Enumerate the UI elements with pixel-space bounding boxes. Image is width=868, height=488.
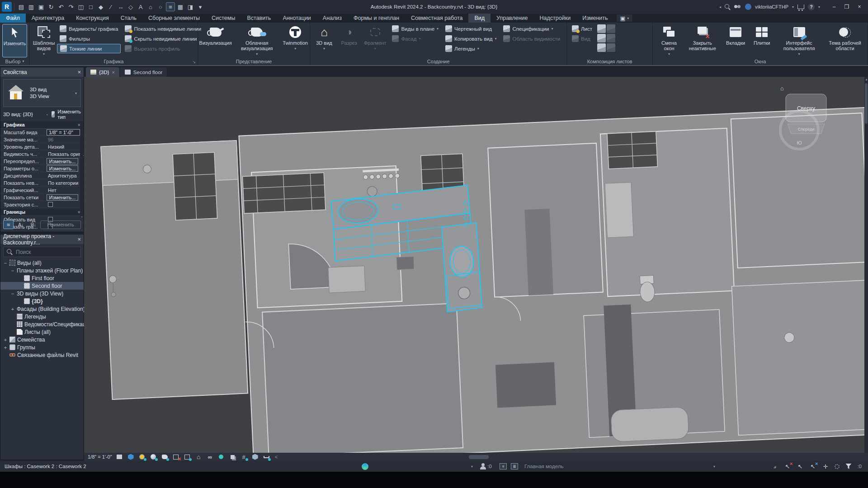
- sun-settings-icon[interactable]: [139, 454, 146, 460]
- tree-expander-icon[interactable]: −: [3, 260, 8, 266]
- user-interface-button[interactable]: Интерфейс пользователя▾: [776, 24, 822, 57]
- viewcube-home-icon[interactable]: ⌂: [780, 85, 784, 92]
- properties-close-icon[interactable]: ×: [77, 69, 81, 75]
- worksets-icon[interactable]: ≡: [500, 463, 507, 469]
- tree-item[interactable]: + Семейства: [0, 336, 84, 343]
- ribbon-tab-[interactable]: Конструкция: [70, 14, 115, 23]
- show-hidden-lines-button[interactable]: Показать невидимые линии: [122, 24, 204, 33]
- model-bathtub[interactable]: [611, 407, 689, 442]
- view-tab[interactable]: Second floor: [120, 67, 167, 77]
- section-box-icon[interactable]: [263, 454, 270, 460]
- collaboration-status-icon[interactable]: [362, 463, 368, 470]
- property-value[interactable]: Нет: [47, 188, 84, 193]
- elevation-view-button[interactable]: Фасад▾: [389, 34, 441, 43]
- preview-icon[interactable]: □: [86, 2, 95, 11]
- schedules-button[interactable]: Спецификации▾: [500, 24, 563, 33]
- search-icon[interactable]: [725, 4, 731, 10]
- reveal-hidden-elements-icon[interactable]: ∞: [207, 454, 213, 460]
- ribbon-tab-[interactable]: Управление: [491, 14, 534, 23]
- reveal-constraints-icon[interactable]: #: [241, 454, 247, 460]
- tree-expander-icon[interactable]: +: [10, 306, 15, 312]
- tree-item[interactable]: Ведомости/Спецификации (all): [0, 320, 84, 328]
- cloud-render-button[interactable]: Облачная визуализация▾: [232, 24, 282, 57]
- horizontal-scrollbar-thumb[interactable]: [469, 455, 489, 459]
- design-options-icon[interactable]: ≣: [511, 463, 518, 469]
- property-section[interactable]: Границы«: [0, 208, 84, 216]
- ribbon-display-options[interactable]: ▣▾: [617, 14, 633, 22]
- viewport-icon[interactable]: [607, 43, 615, 52]
- ribbon-tab-[interactable]: Архитектура: [26, 14, 70, 23]
- properties-header[interactable]: Свойства ×: [0, 67, 84, 77]
- property-value[interactable]: Показать ориг...: [47, 151, 84, 157]
- default-3d-view-icon[interactable]: ⌂: [146, 2, 155, 11]
- text-icon[interactable]: A: [136, 2, 145, 11]
- minimize-button[interactable]: –: [828, 2, 840, 12]
- thin-lines-icon[interactable]: ≡: [166, 2, 175, 11]
- model-toilet[interactable]: [639, 275, 655, 302]
- grid-icon[interactable]: [597, 43, 606, 52]
- section-view-button[interactable]: ◑ Разрез: [337, 24, 361, 57]
- property-checkbox[interactable]: [48, 202, 53, 207]
- sort-descending-icon[interactable]: Я↓: [28, 220, 38, 229]
- select-links-icon[interactable]: ⟓: [771, 463, 778, 470]
- model-chevron-icon[interactable]: ▾: [713, 465, 715, 469]
- status-chevron-icon[interactable]: ▾: [471, 465, 473, 469]
- project-browser-header[interactable]: Диспетчер проекта - Backcountry.r... ×: [0, 235, 84, 244]
- tag-icon[interactable]: ◇: [126, 2, 135, 11]
- tree-item[interactable]: − 3D виды (3D View): [0, 290, 84, 297]
- account-name[interactable]: viktoriiaCFTHP: [755, 4, 788, 9]
- section-icon[interactable]: ○: [156, 2, 165, 11]
- property-edit-button[interactable]: Изменить...: [47, 165, 78, 172]
- render-button[interactable]: Визуализация: [200, 24, 231, 57]
- community-icon[interactable]: [734, 5, 741, 9]
- property-value[interactable]: Архитектура: [47, 173, 84, 178]
- show-crop-region-icon[interactable]: [184, 454, 191, 460]
- tree-item[interactable]: Связанные файлы Revit: [0, 351, 84, 359]
- measure-icon[interactable]: ∕: [106, 2, 115, 11]
- ribbon-tab-[interactable]: Сборные элементы: [142, 14, 206, 23]
- browser-search-input[interactable]: Поиск: [3, 247, 81, 257]
- aligned-dimension-icon[interactable]: ↔: [116, 2, 125, 11]
- type-selector[interactable]: 3D вид 3D View ▾: [3, 79, 81, 107]
- temporary-view-properties-icon[interactable]: [218, 454, 225, 460]
- view-templates-button[interactable]: Шаблоны видов ▾: [32, 24, 56, 57]
- tree-item[interactable]: Листы (all): [0, 328, 84, 336]
- drafting-view-button[interactable]: Чертежный вид: [443, 24, 499, 33]
- visibility-graphics-button[interactable]: Видимость/ графика: [57, 24, 121, 33]
- ribbon-tab-[interactable]: Системы: [206, 14, 241, 23]
- filter-icon[interactable]: [845, 464, 851, 469]
- restore-button[interactable]: ❐: [841, 2, 853, 12]
- close-hidden-windows-icon[interactable]: ▦: [176, 2, 185, 11]
- element-selector[interactable]: 3D вид: {3D}: [3, 112, 43, 117]
- tree-expander-icon[interactable]: −: [10, 268, 15, 273]
- property-value[interactable]: Низкий: [47, 144, 84, 150]
- revit-logo-icon[interactable]: R: [2, 2, 12, 12]
- activate-view-icon[interactable]: [607, 34, 615, 42]
- ribbon-tab-[interactable]: Аннотации: [277, 14, 316, 23]
- tree-item[interactable]: {3D}: [0, 297, 84, 305]
- legends-button[interactable]: Легенды▾: [443, 44, 499, 53]
- twinmotion-button[interactable]: Twinmotion▾: [283, 24, 307, 57]
- view-scale[interactable]: 1/8" = 1'-0": [88, 454, 112, 460]
- tree-item[interactable]: First floor: [0, 274, 84, 282]
- save-icon[interactable]: ▣: [37, 2, 46, 11]
- duplicate-view-button[interactable]: Копировать вид▾: [443, 34, 499, 43]
- visual-style-icon[interactable]: [127, 454, 134, 460]
- file-tabs-icon[interactable]: ▤: [17, 2, 26, 11]
- ribbon-tab-[interactable]: Надстройки: [534, 14, 577, 23]
- redo-icon[interactable]: ↷: [66, 2, 75, 11]
- cart-icon[interactable]: [797, 5, 804, 9]
- detail-level-icon[interactable]: [116, 454, 123, 460]
- tree-item[interactable]: Second floor: [0, 282, 84, 290]
- open-icon[interactable]: ▥: [27, 2, 36, 11]
- customize-qat-icon[interactable]: ▾: [196, 2, 205, 11]
- view-tab-close-icon[interactable]: ×: [112, 70, 114, 75]
- workspace-theme-button[interactable]: Тема рабочей области: [825, 24, 865, 57]
- tree-item[interactable]: − Виды (all): [0, 259, 84, 267]
- ribbon-tab-[interactable]: Изменить: [576, 14, 613, 23]
- synchronize-icon[interactable]: ↻: [47, 2, 56, 11]
- ribbon-tab-[interactable]: Анализ: [317, 14, 348, 23]
- tree-expander-icon[interactable]: +: [3, 345, 8, 350]
- help-icon[interactable]: ?: [808, 4, 815, 10]
- guide-grid-icon[interactable]: [597, 34, 606, 42]
